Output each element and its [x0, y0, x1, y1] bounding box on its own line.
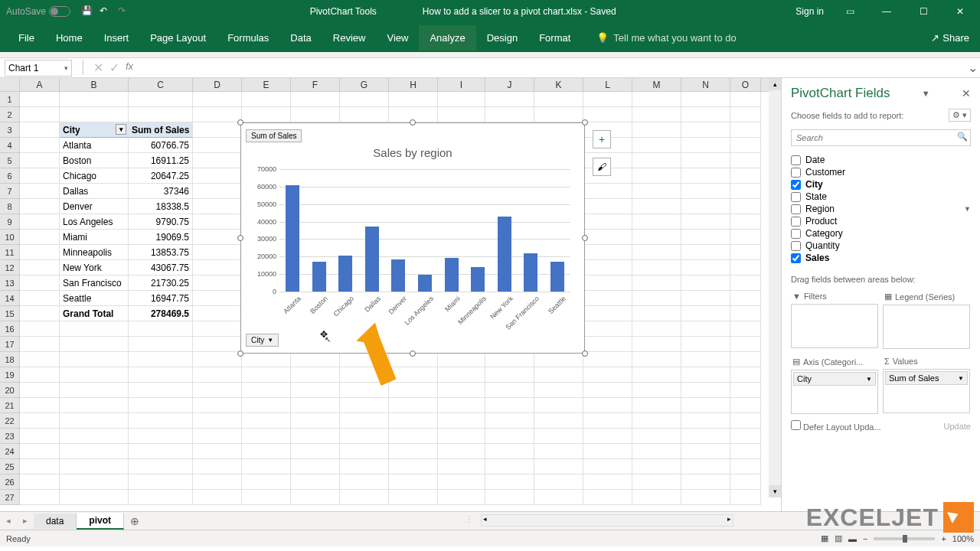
cell[interactable] [193, 398, 242, 413]
cell[interactable] [60, 413, 129, 429]
cell[interactable] [291, 398, 340, 413]
cell[interactable] [583, 276, 632, 291]
cell[interactable] [681, 367, 730, 383]
cancel-formula-icon[interactable]: ✕ [93, 60, 103, 75]
cell[interactable] [20, 321, 60, 337]
view-break-icon[interactable]: ▬ [848, 534, 857, 543]
cell[interactable] [20, 398, 60, 413]
cell[interactable] [438, 398, 485, 413]
cell[interactable] [340, 398, 389, 413]
close-icon[interactable]: ✕ [949, 4, 971, 19]
col-header[interactable]: H [389, 78, 438, 91]
tab-design[interactable]: Design [476, 25, 528, 51]
cell[interactable]: New York [60, 260, 129, 276]
cell[interactable] [681, 444, 730, 459]
cell[interactable] [438, 367, 485, 383]
cell[interactable] [583, 321, 632, 337]
cell[interactable] [583, 306, 632, 321]
cell[interactable] [193, 490, 242, 505]
col-header[interactable]: M [632, 78, 681, 91]
cell[interactable] [730, 260, 761, 276]
cell[interactable] [730, 230, 761, 245]
col-header[interactable]: I [438, 78, 485, 91]
row-header[interactable]: 23 [0, 429, 20, 444]
cell[interactable] [438, 383, 485, 398]
field-item[interactable]: Region▼ [791, 203, 971, 215]
cell[interactable] [20, 214, 60, 230]
cell[interactable] [291, 474, 340, 490]
cell[interactable] [730, 413, 761, 429]
cell[interactable] [632, 337, 681, 352]
cell[interactable] [583, 490, 632, 505]
update-button[interactable]: Update [944, 422, 971, 431]
cell[interactable] [730, 474, 761, 490]
chart-bar[interactable] [365, 227, 379, 292]
cell[interactable]: 37346 [129, 184, 193, 199]
cell[interactable] [632, 230, 681, 245]
cell[interactable] [193, 413, 242, 429]
cell[interactable] [632, 413, 681, 429]
filters-area[interactable] [791, 304, 878, 348]
row-header[interactable]: 26 [0, 474, 20, 490]
cell[interactable] [129, 398, 193, 413]
cell[interactable] [438, 429, 485, 444]
enter-formula-icon[interactable]: ✓ [109, 60, 119, 75]
cell[interactable] [20, 444, 60, 459]
cell[interactable] [193, 168, 242, 184]
tab-nav-next[interactable]: ▸ [17, 516, 34, 526]
col-header[interactable]: L [583, 78, 632, 91]
cell[interactable] [632, 474, 681, 490]
cell[interactable] [681, 429, 730, 444]
cell[interactable] [534, 398, 583, 413]
cell[interactable] [389, 398, 438, 413]
field-item[interactable]: State [791, 191, 971, 203]
cell[interactable] [438, 352, 485, 367]
cell[interactable] [193, 245, 242, 260]
cell[interactable] [681, 474, 730, 490]
cell[interactable]: Miami [60, 230, 129, 245]
axis-item-city[interactable]: City▼ [793, 372, 876, 386]
cell[interactable] [730, 168, 761, 184]
cell[interactable] [534, 474, 583, 490]
cell[interactable] [681, 260, 730, 276]
cell[interactable] [438, 444, 485, 459]
zoom-slider[interactable] [874, 537, 935, 540]
cell[interactable] [20, 168, 60, 184]
cell[interactable] [20, 413, 60, 429]
cell[interactable] [438, 474, 485, 490]
cell[interactable]: Chicago [60, 168, 129, 184]
cell[interactable] [730, 245, 761, 260]
pivot-chart[interactable]: Sum of Sales Sales by region 01000020000… [240, 122, 585, 354]
cell[interactable] [485, 398, 534, 413]
cell[interactable] [632, 199, 681, 214]
cell[interactable] [681, 398, 730, 413]
cell[interactable] [583, 459, 632, 474]
cell[interactable]: 60766.75 [129, 138, 193, 153]
row-header[interactable]: 9 [0, 214, 20, 230]
cell[interactable] [291, 490, 340, 505]
cell[interactable]: Dallas [60, 184, 129, 199]
cell[interactable] [129, 337, 193, 352]
cell[interactable] [632, 459, 681, 474]
cell[interactable] [20, 490, 60, 505]
cell[interactable] [438, 490, 485, 505]
col-header[interactable]: J [485, 78, 534, 91]
cell[interactable] [485, 429, 534, 444]
row-header[interactable]: 4 [0, 138, 20, 153]
cell[interactable]: 19069.5 [129, 230, 193, 245]
col-header[interactable]: N [681, 78, 730, 91]
cell[interactable] [60, 107, 129, 122]
col-header[interactable]: F [291, 78, 340, 91]
cell[interactable] [681, 153, 730, 168]
cell[interactable] [632, 92, 681, 107]
cell[interactable] [583, 107, 632, 122]
col-header[interactable]: K [534, 78, 583, 91]
cell[interactable] [730, 444, 761, 459]
col-header[interactable]: G [340, 78, 389, 91]
cell[interactable] [242, 383, 291, 398]
cell[interactable] [485, 92, 534, 107]
sheet-tab-pivot[interactable]: pivot [77, 513, 124, 530]
cell[interactable] [60, 337, 129, 352]
cell[interactable] [129, 474, 193, 490]
row-header[interactable]: 10 [0, 230, 20, 245]
